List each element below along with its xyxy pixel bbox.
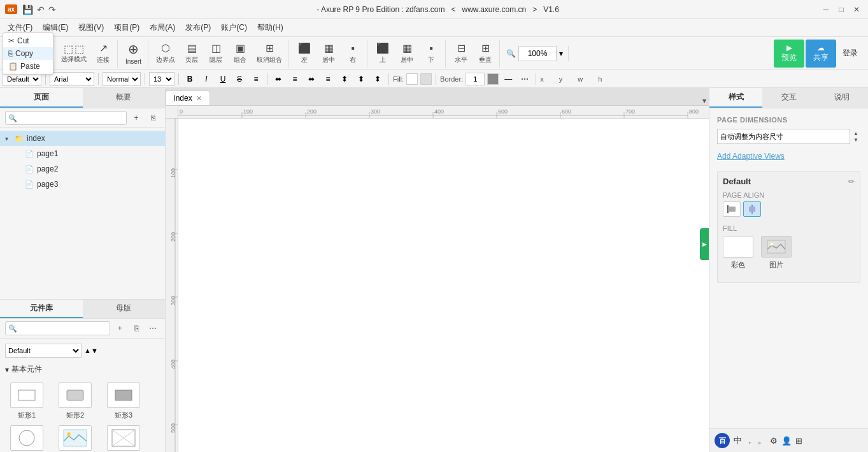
distribute-v-button[interactable]: ⊞ 垂直 [474,40,497,68]
section-toggle-icon[interactable]: ▾ [5,365,9,374]
paste-button[interactable]: 📋 Paste [3,60,53,73]
layer-button[interactable]: ▤ 页层 [180,40,203,68]
group-button[interactable]: ▣ 组合 [229,40,252,68]
floating-badge[interactable]: ▶ [700,228,709,260]
border-style-btn-2[interactable]: ⋯ [518,72,532,86]
fill-color-option[interactable]: 彩色 [723,236,753,270]
add-adaptive-link[interactable]: Add Adaptive Views [717,152,860,161]
user-icon[interactable]: 👤 [781,436,792,446]
chinese-mode-icon[interactable]: 中 [734,435,742,446]
align-top-button[interactable]: ⬛ 上 [371,40,394,68]
more-component-button[interactable]: ⋯ [146,321,160,335]
menu-help[interactable]: 帮助(H) [252,20,288,36]
baidu-icon[interactable]: 百 [715,433,730,448]
add-component-button[interactable]: + [113,321,127,335]
component-search[interactable]: 🔍 [5,321,110,335]
tab-masters[interactable]: 母版 [83,300,166,318]
fill-color-picker[interactable] [406,73,418,85]
align-left-text-button[interactable]: ⬌ [271,72,285,86]
save-icon[interactable]: 💾 [22,4,33,15]
boundary-button[interactable]: ⬡ 边界点 [152,40,179,68]
page-item-page1[interactable]: 📄 page1 [0,146,165,161]
grid-icon[interactable]: ⊞ [795,436,802,446]
tree-toggle-index[interactable]: ▾ [5,135,13,142]
weight-select[interactable]: Normal [103,72,141,86]
preview-button[interactable]: ▶ 预览 [774,40,804,68]
underline-button[interactable]: U [216,72,230,86]
border-style-btn-1[interactable]: — [501,72,515,86]
add-page-button[interactable]: + [129,111,143,125]
settings-icon[interactable]: ⚙ [770,436,778,446]
tab-index[interactable]: index ✕ [166,91,210,105]
component-rect3[interactable]: 矩形3 [102,383,145,420]
menu-layout[interactable]: 布局(A) [145,20,180,36]
align-middle-text-button[interactable]: ⬍ [354,72,368,86]
align-bottom-text-button[interactable]: ⬍ [371,72,385,86]
library-dropdown-icon[interactable]: ▲▼ [84,347,98,354]
tab-outline[interactable]: 概要 [83,88,166,108]
login-button[interactable]: 登录 [837,45,863,61]
align-center-h-button[interactable]: ▦ 居中 [317,40,340,68]
bullet-button[interactable]: ≡ [249,72,263,86]
page-item-page2[interactable]: 📄 page2 [0,161,165,177]
zoom-input[interactable] [518,46,557,61]
hide-layer-button[interactable]: ◫ 隐层 [204,40,227,68]
page-dim-input[interactable] [717,129,850,144]
border-color-picker[interactable] [487,73,499,85]
library-select[interactable]: Default [5,344,82,358]
menu-project[interactable]: 项目(P) [109,20,145,36]
align-right-text-button[interactable]: ⬌ [304,72,318,86]
align-center-page-btn[interactable] [743,201,761,217]
component-rect2[interactable]: 矩形2 [53,383,97,420]
minimize-button[interactable]: ─ [820,3,832,16]
distribute-h-button[interactable]: ⊟ 水平 [450,40,473,68]
share-button[interactable]: ☁ 共享 [806,40,836,68]
pages-search[interactable]: 🔍 [5,111,127,125]
redo-icon[interactable]: ↷ [48,4,56,15]
page-item-index[interactable]: ▾ 📁 index [0,131,165,146]
align-top-text-button[interactable]: ⬍ [338,72,352,86]
fill-image-box[interactable] [761,236,792,258]
maximize-button[interactable]: □ [835,3,848,16]
page-item-page3[interactable]: 📄 page3 [0,177,165,192]
tab-components[interactable]: 元件库 [0,300,83,318]
align-bottom-button[interactable]: ▪ 下 [420,40,443,68]
menu-account[interactable]: 账户(C) [216,20,252,36]
menu-publish[interactable]: 发布(P) [180,20,216,36]
fill-image-option[interactable]: 图片 [761,236,792,270]
align-left-button[interactable]: ⬛ 左 [293,40,316,68]
close-button[interactable]: ✕ [850,3,863,16]
font-select[interactable]: Arial [50,72,94,86]
tab-interact[interactable]: 交互 [762,88,815,108]
align-center-v-button[interactable]: ▦ 居中 [395,40,418,68]
select-mode-button[interactable]: ⬚ ⬚ 选择模式 [57,40,90,68]
insert-button[interactable]: ⊕ Insert [122,40,145,68]
canvas-wrapper[interactable]: 0 100 200 300 400 500 600 700 80 [166,106,709,452]
copy-component-button[interactable]: ⎘ [129,321,143,335]
default-edit-btn[interactable]: ✏ [848,177,855,186]
ungroup-button[interactable]: ⊞ 取消组合 [253,40,286,68]
justify-text-button[interactable]: ≡ [321,72,335,86]
zoom-dropdown-icon[interactable]: ▾ [559,49,563,58]
fill-color-box[interactable] [723,236,753,258]
border-width-input[interactable] [466,73,485,85]
tab-close-icon[interactable]: ✕ [196,94,202,103]
undo-icon[interactable]: ↶ [37,4,45,15]
size-select[interactable]: 13 [149,72,174,86]
page-dim-up[interactable]: ▲ [851,130,860,136]
connect-button[interactable]: ↗ 连接 [92,40,115,68]
italic-button[interactable]: I [199,72,213,86]
tab-style[interactable]: 样式 [709,88,762,108]
punctuation-icon[interactable]: ， [746,435,754,446]
canvas-content[interactable] [178,119,709,452]
strikethrough-button[interactable]: S [232,72,246,86]
period-icon[interactable]: 。 [758,435,766,446]
page-dim-down[interactable]: ▼ [851,136,860,143]
menu-view[interactable]: 视图(V) [73,20,109,36]
component-oval[interactable]: 椭圆形 [5,425,48,452]
cut-button[interactable]: ✂ Cut [3,34,53,47]
tab-notes[interactable]: 说明 [815,88,868,108]
component-image[interactable]: 图片 [53,425,97,452]
tab-dropdown-icon[interactable]: ▾ [702,96,706,105]
align-left-page-btn[interactable] [723,201,741,217]
